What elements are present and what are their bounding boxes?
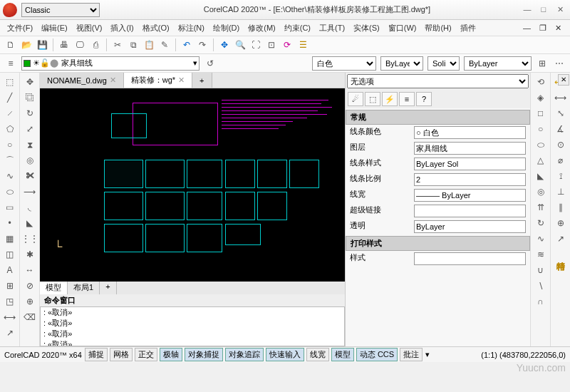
maximize-button[interactable]: □	[537, 5, 551, 14]
menu-item[interactable]: 插件	[459, 21, 477, 35]
dim9-icon[interactable]: ∥	[554, 201, 567, 214]
menu-item[interactable]: 视图(V)	[75, 21, 104, 35]
dim6-icon[interactable]: ⌀	[554, 154, 567, 167]
layout-tab[interactable]: 布局1	[68, 282, 100, 294]
status-toggle[interactable]: 捕捉	[85, 348, 108, 361]
status-toggle[interactable]: 快速输入	[266, 348, 304, 361]
subtract-icon[interactable]: ∖	[534, 279, 547, 292]
menu-item[interactable]: 修改(M)	[247, 21, 277, 35]
dim7-icon[interactable]: ⟟	[554, 170, 567, 182]
prop-list-icon[interactable]: ≡	[399, 92, 415, 106]
spline-icon[interactable]: ∿	[4, 170, 16, 182]
menu-item[interactable]: 文件(F)	[6, 21, 34, 35]
mdi-close[interactable]: ✕	[554, 22, 563, 34]
property-value[interactable]: ○ 白色	[414, 126, 526, 139]
mdi-max[interactable]: ❐	[538, 22, 548, 34]
explode-icon[interactable]: ✱	[24, 248, 36, 261]
new-tab-button[interactable]: +	[192, 73, 212, 88]
linetype-selector[interactable]: ByLayer	[380, 56, 423, 71]
copy-icon[interactable]: ⧉	[127, 38, 140, 51]
property-value[interactable]: ByLayer Sol	[414, 158, 526, 170]
status-toggle[interactable]: 极轴	[160, 348, 182, 361]
status-toggle[interactable]: 网格	[110, 348, 133, 361]
property-value[interactable]: 家具细线	[414, 142, 526, 155]
ellipse-icon[interactable]: ⬭	[4, 185, 16, 198]
polygon-icon[interactable]: ⬠	[4, 123, 16, 135]
union-icon[interactable]: ∪	[534, 264, 547, 277]
text-icon[interactable]: A	[4, 264, 16, 277]
menu-item[interactable]: 编辑(E)	[40, 21, 69, 35]
mdi-min[interactable]: —	[522, 22, 532, 34]
layermgr-icon[interactable]: ≡	[4, 57, 17, 70]
property-value[interactable]: ——— ByLayer	[414, 189, 526, 202]
revolve-icon[interactable]: ↻	[534, 217, 547, 229]
workspace-selector[interactable]: Classic	[21, 3, 100, 17]
save-icon[interactable]: 💾	[36, 38, 48, 51]
status-toggle[interactable]: 模型	[331, 348, 354, 361]
dim5-icon[interactable]: ⊙	[554, 138, 567, 151]
intersect-icon[interactable]: ∩	[534, 295, 547, 308]
scale-dropdown[interactable]: ▾	[425, 350, 430, 359]
publish-icon[interactable]: ⎙	[89, 38, 102, 51]
status-toggle[interactable]: 正交	[135, 348, 157, 361]
move-icon[interactable]: ✥	[24, 76, 36, 88]
menu-item[interactable]: 绘制(D)	[212, 21, 241, 35]
stretch-icon[interactable]: ↔	[24, 264, 36, 277]
view3d-icon[interactable]: ◈	[534, 91, 547, 104]
add-layout[interactable]: +	[100, 282, 116, 294]
rect-icon[interactable]: ▭	[4, 201, 16, 214]
property-value[interactable]: ByLayer	[414, 220, 526, 233]
plot-selector[interactable]: Soli	[428, 56, 460, 71]
status-toggle[interactable]: 对象追踪	[225, 348, 264, 361]
redo-icon[interactable]: ↷	[196, 38, 209, 51]
zoom-icon[interactable]: 🔍	[234, 38, 247, 51]
array-icon[interactable]: ⋮⋮	[24, 232, 36, 245]
status-toggle[interactable]: 线宽	[306, 348, 329, 361]
sweep-icon[interactable]: ∿	[534, 232, 547, 245]
point-icon[interactable]: •	[4, 217, 16, 229]
prop-pick-icon[interactable]: ☄	[348, 92, 363, 106]
cursor-icon[interactable]: ⬚	[4, 76, 16, 88]
document-tab[interactable]: 精装修：wg*✕	[124, 73, 192, 88]
status-toggle[interactable]: 对象捕捉	[185, 348, 223, 361]
dim-icon[interactable]: ⟷	[4, 311, 16, 324]
rotate-icon[interactable]: ↻	[24, 107, 36, 120]
property-value[interactable]	[414, 205, 526, 217]
drawing-canvas[interactable]: └	[40, 88, 345, 282]
circle-icon[interactable]: ○	[4, 138, 16, 151]
layerprev-icon[interactable]: ↺	[204, 57, 217, 70]
dim2-icon[interactable]: ⟷	[554, 91, 567, 104]
dim4-icon[interactable]: ∡	[554, 123, 567, 135]
line-icon[interactable]: ╱	[4, 91, 16, 104]
region-icon[interactable]: ◫	[4, 248, 16, 261]
undo-icon[interactable]: ↶	[180, 38, 193, 51]
prop-select-icon[interactable]: ⬚	[365, 92, 380, 106]
dim3-icon[interactable]: ⤡	[554, 107, 567, 120]
status-toggle[interactable]: 批注	[400, 348, 423, 361]
lwdisplay-icon[interactable]: ⊞	[536, 57, 549, 70]
table-icon[interactable]: ⊞	[4, 279, 16, 292]
extrude-icon[interactable]: ⇈	[534, 201, 547, 214]
menu-item[interactable]: 实体(S)	[352, 21, 381, 35]
loft-icon[interactable]: ≋	[534, 248, 547, 261]
dim8-icon[interactable]: ⊥	[554, 185, 567, 198]
document-tab[interactable]: NONAME_0.dwg✕	[40, 73, 124, 88]
close-button[interactable]: ✕	[553, 5, 567, 14]
menu-item[interactable]: 窗口(W)	[387, 21, 418, 35]
extend-icon[interactable]: ⟶	[24, 185, 36, 198]
menu-item[interactable]: 约束(C)	[283, 21, 312, 35]
command-output[interactable]: : «取消»: «取消»: «取消»: «取消»	[40, 306, 345, 346]
property-value[interactable]: 2	[414, 173, 526, 186]
zoomwin-icon[interactable]: ⛶	[249, 38, 262, 51]
orbit-icon[interactable]: ⟲	[534, 76, 547, 88]
break-icon[interactable]: ⊘	[24, 279, 36, 292]
section-print[interactable]: 打印样式	[346, 236, 530, 251]
cut-icon[interactable]: ✂	[111, 38, 124, 51]
section-general[interactable]: 常规	[346, 110, 530, 125]
preview-icon[interactable]: 🖵	[73, 38, 86, 51]
chamfer-icon[interactable]: ◣	[24, 217, 36, 229]
mirror-icon[interactable]: ⧗	[24, 138, 36, 151]
menu-item[interactable]: 格式(O)	[141, 21, 171, 35]
match-icon[interactable]: ✎	[158, 38, 171, 51]
sphere-icon[interactable]: ○	[534, 123, 547, 135]
